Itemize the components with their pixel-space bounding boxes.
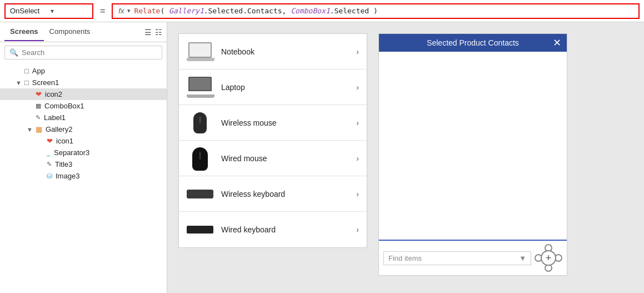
equals-sign: =	[98, 6, 107, 16]
app-icon: □	[24, 67, 29, 75]
chevron-down-icon-fx: ▾	[127, 7, 131, 14]
sidebar-tab-icons: ☰ ☷	[144, 28, 162, 37]
image-icon: ⛁	[47, 172, 52, 180]
tree-item-gallery2[interactable]: ▼ ▦ Gallery2	[0, 123, 167, 135]
contacts-footer: Find items ▼ +	[379, 241, 567, 275]
tree-item-label1[interactable]: ✎ Label1	[0, 112, 167, 123]
content-area: Notebook › Laptop ›	[167, 22, 644, 293]
tree-item-title3[interactable]: ✎ Title3	[0, 158, 167, 170]
contacts-panel: Selected Product Contacts ✕ Find items ▼…	[378, 33, 567, 276]
tree-label-combobox1: ComboBox1	[44, 102, 84, 110]
expand-icon: ▼	[16, 80, 22, 86]
gallery-item-wireless-mouse[interactable]: Wireless mouse ›	[179, 105, 367, 141]
chevron-down-icon: ▾	[51, 7, 88, 15]
screen-icon: □	[24, 78, 29, 87]
tree-label-image3: Image3	[56, 172, 79, 180]
top-bar: OnSelect ▾ = fx ▾ Relate( Gallery1.Selec…	[0, 0, 644, 22]
combobox-icon: ▩	[36, 102, 41, 110]
add-relate-button[interactable]: +	[541, 250, 556, 266]
tree-label-icon1: icon1	[56, 137, 73, 145]
event-dropdown[interactable]: OnSelect ▾	[4, 3, 93, 19]
search-bar: 🔍	[4, 46, 162, 59]
event-dropdown-label: OnSelect	[10, 7, 47, 15]
tree-label-gallery2: Gallery2	[46, 125, 72, 133]
chevron-right-icon: ›	[356, 154, 359, 163]
chevron-right-icon: ›	[356, 225, 359, 234]
tree-label-icon2: icon2	[45, 90, 62, 98]
tree-item-separator3[interactable]: ⎯ Separator3	[0, 147, 167, 158]
tree-item-screen1[interactable]: ▼ □ Screen1	[0, 77, 167, 88]
gallery-item-laptop[interactable]: Laptop ›	[179, 69, 367, 105]
formula-text: Relate( Gallery1.Selected.Contacts, Comb…	[134, 7, 377, 15]
find-items-placeholder: Find items	[388, 254, 422, 262]
search-icon: 🔍	[9, 48, 18, 57]
icon-icon: ❤	[36, 90, 42, 98]
close-button[interactable]: ✕	[553, 38, 561, 48]
chevron-right-icon: ›	[356, 118, 359, 127]
product-image-notebook	[187, 41, 213, 63]
contacts-header: Selected Product Contacts ✕	[379, 34, 567, 52]
find-items-chevron-icon: ▼	[519, 254, 526, 262]
grid-view-icon[interactable]: ☷	[155, 28, 162, 37]
gallery-item-wireless-keyboard[interactable]: Wireless keyboard ›	[179, 176, 367, 212]
tab-screens[interactable]: Screens	[4, 23, 44, 41]
product-image-wireless-mouse	[187, 112, 213, 134]
chevron-right-icon: ›	[356, 83, 359, 92]
product-name-wired-keyboard: Wired keyboard	[221, 225, 348, 234]
product-image-wired-keyboard	[187, 218, 213, 241]
tree-item-icon2[interactable]: ❤ icon2	[0, 88, 167, 100]
tab-components[interactable]: Components	[44, 23, 96, 41]
icon-icon2: ❤	[47, 137, 53, 145]
product-name-wireless-keyboard: Wireless keyboard	[221, 190, 348, 198]
sidebar-tabs: Screens Components ☰ ☷	[0, 22, 167, 42]
product-name-wired-mouse: Wired mouse	[221, 154, 348, 163]
expand-icon: ▼	[27, 126, 33, 133]
gallery-item-wired-keyboard[interactable]: Wired keyboard ›	[179, 212, 367, 247]
product-gallery: Notebook › Laptop ›	[178, 33, 367, 248]
chevron-right-icon: ›	[356, 190, 359, 198]
chevron-right-icon: ›	[356, 47, 359, 56]
product-name-notebook: Notebook	[221, 47, 348, 56]
product-image-wired-mouse	[187, 147, 213, 170]
action-cluster: +	[535, 244, 562, 272]
tree-area: □ App ▼ □ Screen1 ❤ icon2 ▩	[0, 63, 167, 293]
tree-item-icon1[interactable]: ❤ icon1	[0, 135, 167, 147]
tree-item-image3[interactable]: ⛁ Image3	[0, 170, 167, 182]
contacts-title: Selected Product Contacts	[427, 38, 519, 47]
tree-item-app[interactable]: □ App	[0, 65, 167, 77]
tree-label-label1: Label1	[44, 113, 66, 122]
sidebar: Screens Components ☰ ☷ 🔍 □ App	[0, 22, 167, 293]
product-image-laptop	[187, 76, 213, 98]
tree-label-separator3: Separator3	[54, 148, 89, 157]
product-image-wireless-keyboard	[187, 183, 213, 205]
gallery-icon: ▦	[36, 125, 42, 133]
separator-icon: ⎯	[47, 150, 51, 156]
formula-bar[interactable]: fx ▾ Relate( Gallery1.Selected.Contacts,…	[112, 3, 640, 19]
list-view-icon[interactable]: ☰	[144, 28, 152, 37]
tree-label-app: App	[32, 67, 45, 75]
tree-label-title3: Title3	[55, 160, 72, 168]
search-input[interactable]	[22, 48, 157, 57]
title-icon: ✎	[47, 161, 52, 168]
gallery-item-notebook[interactable]: Notebook ›	[179, 34, 367, 69]
tree-item-combobox1[interactable]: ▩ ComboBox1	[0, 100, 167, 112]
main-layout: Screens Components ☰ ☷ 🔍 □ App	[0, 22, 644, 293]
fx-label: fx	[118, 7, 124, 15]
plus-icon: +	[546, 252, 552, 264]
gallery-item-wired-mouse[interactable]: Wired mouse ›	[179, 141, 367, 176]
find-items-input[interactable]: Find items ▼	[383, 251, 531, 265]
contacts-body	[379, 52, 567, 241]
product-name-laptop: Laptop	[221, 83, 348, 92]
label-icon: ✎	[36, 114, 41, 121]
tree-label-screen1: Screen1	[32, 78, 59, 87]
product-name-wireless-mouse: Wireless mouse	[221, 118, 348, 127]
